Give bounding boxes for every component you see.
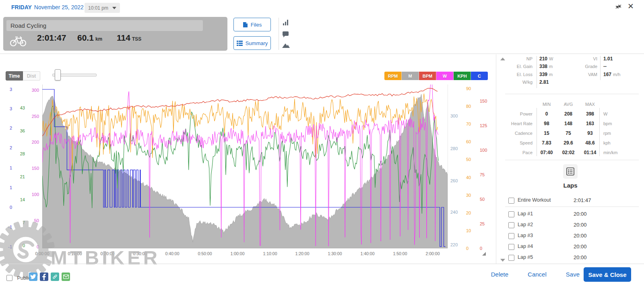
- lap-row-checkbox[interactable]: [508, 211, 514, 217]
- axis-tick-cadence-rpm: 50: [466, 157, 471, 162]
- stat-label: NP: [500, 56, 533, 61]
- stat-value: 167m/h: [603, 72, 620, 77]
- files-button[interactable]: Files: [233, 18, 271, 31]
- legend-c-button[interactable]: C: [471, 72, 488, 80]
- workout-title-input[interactable]: [6, 20, 203, 31]
- minmax-value: 163: [579, 121, 601, 126]
- cancel-button[interactable]: Cancel: [528, 271, 547, 278]
- axis-tick-temperature-c: 3: [0, 87, 12, 92]
- delete-button[interactable]: Delete: [491, 271, 508, 278]
- minmax-value: 208: [557, 111, 579, 117]
- toggle-dist[interactable]: Dist: [23, 71, 40, 81]
- axis-tick-temperature-c: 1: [0, 165, 12, 170]
- workout-distance: 60.1: [77, 33, 94, 43]
- chevron-down-icon: [112, 7, 116, 9]
- legend-w-button[interactable]: W: [436, 72, 454, 80]
- minmax-unit: W: [603, 111, 623, 116]
- time-dropdown[interactable]: 10:01 pm: [85, 3, 120, 13]
- axis-tick-elevation-m: 240: [450, 210, 458, 215]
- axis-tick-temperature-c: 0: [0, 205, 12, 210]
- axis-tick-power-w: 250: [23, 114, 39, 119]
- workout-tss-unit: TSS: [132, 36, 141, 42]
- legend-kph-button[interactable]: KPH: [454, 72, 471, 80]
- entire-workout-checkbox[interactable]: [508, 198, 514, 204]
- minmax-value: 398: [579, 111, 601, 117]
- time-value: 10:01 pm: [88, 5, 108, 11]
- legend-bpm-button[interactable]: BPM: [419, 72, 436, 80]
- collapse-icon[interactable]: [615, 3, 622, 12]
- lap-row-label: Lap #1: [518, 211, 533, 217]
- facebook-share-icon[interactable]: [40, 272, 48, 281]
- workout-date-label: November 25, 2022: [34, 4, 84, 10]
- minmax-row-label: Cadence: [500, 131, 533, 136]
- x-axis-tick: 1:20:00: [289, 251, 315, 256]
- minmax-value: 148: [557, 121, 579, 126]
- minmax-unit: kph: [603, 140, 623, 145]
- stat-value: --: [603, 64, 607, 69]
- legend-m-button[interactable]: M: [402, 72, 419, 80]
- lap-row-label: Lap #2: [518, 222, 533, 227]
- minmax-value: 15: [536, 130, 557, 136]
- lap-row-checkbox[interactable]: [508, 244, 514, 250]
- chart-resize-handle[interactable]: [482, 252, 486, 256]
- lap-row-label: Lap #5: [518, 254, 533, 260]
- chart-legend: RPMMBPMWKPHC: [384, 72, 488, 80]
- axis-tick-temperature-c: -1: [0, 225, 12, 229]
- files-button-label: Files: [251, 22, 262, 28]
- x-axis-tick: 1:10:00: [257, 251, 283, 256]
- axis-tick-heartrate-bpm: 75: [480, 172, 485, 177]
- axis-tick-heartrate-bpm: 0: [480, 246, 482, 251]
- comment-icon[interactable]: [283, 31, 289, 36]
- minmax-row-label: Power: [500, 111, 533, 116]
- minmax-value: 29.6: [557, 140, 579, 146]
- workout-header-card: 2:01:47 60.1 km 114 TSS: [3, 17, 227, 51]
- lap-row-checkbox[interactable]: [508, 233, 514, 239]
- minmax-row-label: Pace: [500, 150, 533, 155]
- toggle-time[interactable]: Time: [6, 71, 23, 81]
- public-checkbox[interactable]: [6, 275, 12, 281]
- axis-tick-heartrate-bpm: 100: [480, 148, 487, 153]
- lap-row-value: 20:00: [574, 222, 587, 228]
- series-cadence: [42, 94, 438, 171]
- axis-tick-speed-kph: 21: [9, 174, 25, 179]
- axis-tick-elevation-m: 220: [450, 242, 458, 247]
- chart-view-icon[interactable]: [283, 20, 288, 25]
- email-share-icon[interactable]: [62, 272, 70, 281]
- lap-row-checkbox[interactable]: [508, 255, 514, 261]
- stats-panel: NP210WEl. Gain338mEl. Loss339mW/kg2.81VI…: [496, 54, 644, 264]
- axis-tick-elevation-m: 300: [450, 114, 458, 118]
- link-share-icon[interactable]: [51, 272, 59, 281]
- x-axis-tick: 0:00:00: [29, 251, 55, 256]
- minmax-value: 48.6: [579, 140, 601, 146]
- axis-tick-speed-kph: 28: [9, 151, 25, 156]
- watermark-text: MTBIKER: [51, 246, 160, 269]
- axis-tick-speed-kph: 43: [9, 105, 25, 110]
- x-axis-tick: 1:00:00: [225, 251, 250, 256]
- summary-icon: [237, 41, 243, 46]
- zoom-slider-handle[interactable]: [55, 69, 61, 81]
- save-and-close-button[interactable]: Save & Close: [584, 267, 631, 282]
- stat-label: El. Gain: [500, 64, 533, 69]
- laps-title: Laps: [496, 182, 644, 189]
- twitter-share-icon[interactable]: [29, 272, 37, 281]
- laps-divider: [505, 206, 639, 207]
- workout-chart-svg[interactable]: [42, 85, 448, 248]
- entire-workout-label: Entire Workout: [518, 197, 551, 203]
- axis-tick-power-w: 300: [23, 88, 39, 93]
- lap-row-checkbox[interactable]: [508, 222, 514, 228]
- legend-rpm-button[interactable]: RPM: [384, 72, 402, 80]
- lap-row-value: 20:00: [574, 254, 587, 260]
- lap-row-label: Lap #4: [518, 244, 533, 249]
- x-axis-tick: 1:30:00: [322, 251, 348, 256]
- save-button[interactable]: Save: [566, 271, 580, 278]
- axis-tick-cadence-rpm: 10: [466, 228, 471, 233]
- axis-tick-heartrate-bpm: 25: [480, 221, 485, 226]
- footer-divider: [0, 264, 644, 264]
- x-axis-mode-toggle: Time Dist: [6, 71, 40, 81]
- panel-scroll-down-icon[interactable]: [500, 259, 505, 262]
- stat-value: 210W: [539, 56, 553, 62]
- summary-button[interactable]: Summary: [233, 36, 271, 50]
- mountain-icon[interactable]: [282, 43, 290, 48]
- lap-row-label: Lap #3: [518, 233, 533, 238]
- close-icon[interactable]: ✕: [627, 2, 634, 11]
